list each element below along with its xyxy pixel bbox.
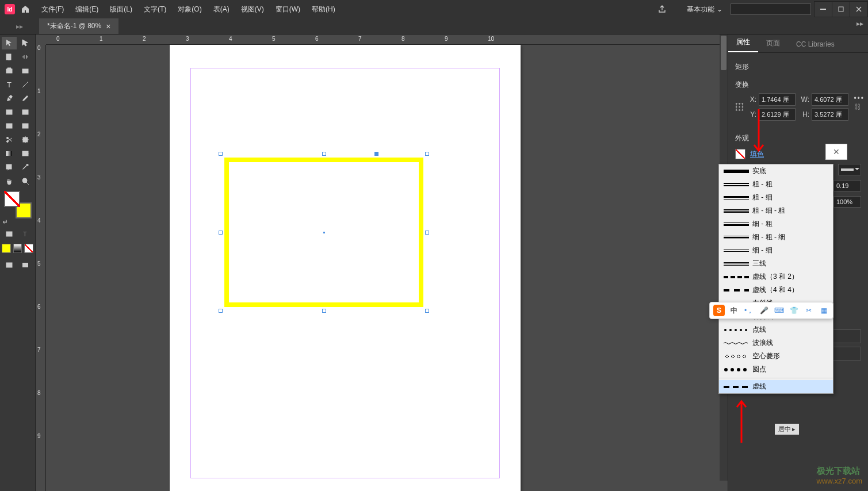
panel-chevron-icon[interactable]: ▸▸ (16, 22, 23, 30)
menu-object[interactable]: 对象(O) (172, 2, 207, 17)
menu-edit[interactable]: 编辑(E) (70, 2, 104, 17)
x-input[interactable] (759, 93, 796, 106)
note-tool[interactable] (2, 161, 17, 174)
pen-tool[interactable] (2, 92, 17, 105)
vertical-ruler[interactable]: 0 1 2 3 4 5 6 7 8 9 (36, 45, 46, 491)
ime-tool-icon[interactable]: ✂ (803, 305, 815, 316)
free-transform-tool[interactable] (18, 133, 33, 146)
preview-view-button[interactable] (18, 259, 33, 271)
gradient-feather-tool[interactable] (18, 147, 33, 160)
selection-tool[interactable] (2, 37, 17, 49)
constrain-icon[interactable]: ⛓︎ (854, 103, 861, 111)
w-input[interactable] (812, 93, 848, 106)
tab-cc-libraries[interactable]: CC Libraries (788, 36, 843, 52)
status-center[interactable]: 居中▸ (775, 424, 799, 435)
tab-properties[interactable]: 属性 (728, 33, 758, 52)
close-tab-icon[interactable]: × (106, 22, 110, 31)
fill-stroke-swatch[interactable]: ⇄ (4, 191, 32, 218)
eyedropper-tool[interactable] (18, 161, 33, 174)
line-tool[interactable] (18, 78, 33, 91)
ime-voice-icon[interactable]: 🎤 (758, 305, 770, 316)
close-button[interactable] (850, 1, 868, 17)
ime-keyboard-icon[interactable]: ⌨ (773, 305, 785, 316)
reference-point-widget[interactable] (735, 99, 744, 115)
normal-view-button[interactable] (2, 259, 17, 271)
ime-lang-button[interactable]: 中 (728, 305, 740, 316)
type-tool[interactable]: T (2, 78, 17, 91)
apply-color-button[interactable] (2, 244, 11, 253)
document-tab[interactable]: *未命名-1 @ 80% × (39, 18, 118, 34)
scissors-tool[interactable] (2, 133, 17, 146)
maximize-button[interactable] (832, 1, 850, 17)
stroke-style-item[interactable]: 细 - 粗 - 细 (719, 231, 833, 244)
ime-punct-button[interactable]: •， (743, 305, 755, 316)
h-input[interactable] (812, 108, 848, 121)
stroke-style-item[interactable]: 空心菱形 (719, 350, 833, 363)
pencil-tool[interactable] (18, 92, 33, 105)
menu-window[interactable]: 窗口(W) (270, 2, 306, 17)
direct-selection-tool[interactable] (18, 37, 33, 49)
opacity-input[interactable] (833, 196, 861, 208)
table-cell-tool[interactable] (18, 120, 33, 132)
gap-tool[interactable] (18, 51, 33, 63)
fill-swatch-icon[interactable] (735, 149, 745, 159)
minimize-button[interactable] (814, 1, 832, 17)
format-container-icon[interactable] (2, 228, 17, 240)
stroke-style-item[interactable]: 虚线（3 和 2） (719, 270, 833, 283)
fill-link[interactable]: 填色 (750, 149, 764, 159)
stroke-style-item[interactable]: 圆点 (719, 363, 833, 376)
stroke-style-item[interactable]: 虚线（4 和 4） (719, 283, 833, 297)
table-tool[interactable] (2, 120, 17, 132)
hand-tool[interactable] (2, 175, 17, 187)
stroke-style-item[interactable]: 波浪线 (719, 336, 833, 350)
apply-gradient-button[interactable] (13, 244, 22, 253)
stroke-style-item[interactable]: 粗 - 粗 (719, 178, 833, 191)
tab-pages[interactable]: 页面 (758, 34, 788, 52)
menu-file[interactable]: 文件(F) (36, 2, 70, 17)
workspace-dropdown[interactable]: 基本功能 ⌄ (682, 2, 727, 17)
stroke-style-item[interactable]: 点线 (719, 323, 833, 336)
menu-table[interactable]: 表(A) (208, 2, 235, 17)
ruler-tick: 7 (358, 36, 362, 42)
rectangle-frame-tool[interactable] (2, 106, 17, 118)
dismiss-notification[interactable]: ✕ (825, 144, 847, 160)
y-input[interactable] (759, 108, 796, 121)
stroke-style-item[interactable]: 细 - 粗 (719, 217, 833, 231)
panel-collapse-chevron[interactable]: ▸▸ (856, 20, 863, 28)
zoom-tool[interactable] (18, 175, 33, 187)
horizontal-ruler[interactable]: 0 1 2 3 4 5 6 7 8 9 10 (46, 34, 728, 45)
rectangle-tool[interactable] (18, 106, 33, 118)
search-input[interactable] (731, 3, 811, 15)
share-icon[interactable] (653, 1, 671, 18)
fill-swatch[interactable] (4, 191, 20, 207)
more-options-icon[interactable]: ••• (854, 94, 865, 102)
canvas[interactable]: 0 1 2 3 4 5 6 7 8 9 10 0 1 2 3 4 5 6 7 8… (36, 34, 728, 491)
menu-help[interactable]: 帮助(H) (306, 2, 341, 17)
stroke-style-dropdown[interactable] (838, 164, 861, 175)
menu-view[interactable]: 视图(V) (235, 2, 270, 17)
page-tool[interactable] (2, 51, 17, 63)
stroke-style-item[interactable]: 粗 - 细 - 粗 (719, 204, 833, 217)
stroke-style-item[interactable]: 实底 (719, 164, 833, 178)
gradient-swatch-tool[interactable] (2, 147, 17, 160)
page[interactable] (170, 45, 521, 491)
svg-rect-22 (6, 263, 12, 267)
apply-none-button[interactable] (24, 244, 33, 253)
format-text-icon[interactable]: T (18, 228, 33, 240)
menu-layout[interactable]: 版面(L) (104, 2, 138, 17)
corner-input[interactable] (833, 180, 861, 191)
stroke-style-item[interactable]: 细 - 细 (719, 244, 833, 257)
home-button[interactable] (18, 2, 32, 16)
menu-text[interactable]: 文字(T) (138, 2, 172, 17)
stroke-style-item-custom[interactable]: 虚线 (719, 380, 833, 393)
swap-indicator-icon[interactable]: ⇄ (3, 218, 7, 224)
content-placer-tool[interactable] (18, 64, 33, 77)
ime-skin-icon[interactable]: 👕 (788, 305, 800, 316)
stroke-style-label: 空心菱形 (752, 351, 780, 361)
ime-grid-icon[interactable]: ▦ (818, 305, 829, 316)
selection-handles[interactable] (220, 154, 427, 311)
ime-toolbar[interactable]: S 中 •， 🎤 ⌨ 👕 ✂ ▦ (709, 302, 833, 319)
stroke-style-item[interactable]: 粗 - 细 (719, 191, 833, 204)
content-collector-tool[interactable] (2, 64, 17, 77)
stroke-style-item[interactable]: 三线 (719, 257, 833, 270)
